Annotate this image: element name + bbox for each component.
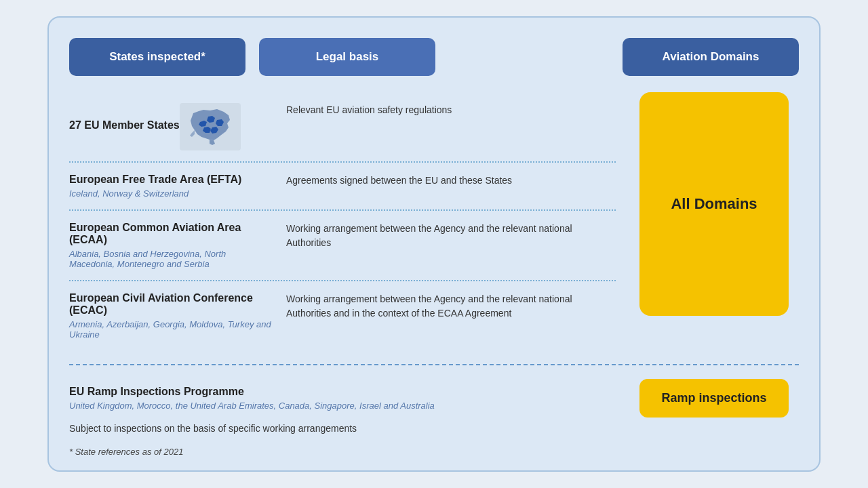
program-title: EU Ramp Inspections Programme <box>69 386 616 398</box>
legal-text: Working arrangement between the Agency a… <box>286 293 572 319</box>
legal-text: Working arrangement between the Agency a… <box>286 223 572 248</box>
state-name: 27 EU Member States <box>69 119 180 131</box>
table-row: European Free Trade Area (EFTA) Iceland,… <box>69 163 616 211</box>
states-inspected-button[interactable]: States inspected* <box>69 38 245 76</box>
state-title: 27 EU Member States <box>69 119 180 134</box>
ramp-inspections-button[interactable]: Ramp inspections <box>639 379 789 418</box>
states-column: European Civil Aviation Conference (ECAC… <box>69 292 273 340</box>
table-row: European Common Aviation Area (ECAA) Alb… <box>69 211 616 281</box>
legal-column: Agreements signed between the EU and the… <box>286 174 616 199</box>
legal-column: Relevant EU aviation safety regulations <box>286 103 616 150</box>
table-row: 27 EU Member States <box>69 92 616 163</box>
legal-text: Agreements signed between the EU and the… <box>286 175 512 186</box>
aviation-domains-button[interactable]: Aviation Domains <box>623 38 799 76</box>
program-subtitle: United Kingdom, Morocco, the United Arab… <box>69 401 616 411</box>
ramp-program-row: EU Ramp Inspections Programme United Kin… <box>69 379 616 418</box>
section-divider <box>69 364 799 365</box>
legal-text: Relevant EU aviation safety regulations <box>286 104 452 115</box>
eu-map-icon <box>180 103 241 150</box>
bottom-right: Ramp inspections <box>616 379 799 457</box>
table-row: European Civil Aviation Conference (ECAC… <box>69 281 616 350</box>
legal-column: Working arrangement between the Agency a… <box>286 222 616 269</box>
all-domains-box: All Domains <box>639 92 789 316</box>
states-column: 27 EU Member States <box>69 103 273 150</box>
footnote-text: * State references as of 2021 <box>69 447 616 457</box>
state-name: European Free Trade Area (EFTA) <box>69 174 273 186</box>
bottom-section: EU Ramp Inspections Programme United Kin… <box>69 379 799 457</box>
states-column: European Free Trade Area (EFTA) Iceland,… <box>69 174 273 199</box>
state-subtitle: Iceland, Norway & Switzerland <box>69 188 273 199</box>
state-subtitle: Albania, Bosnia and Herzegovina, North M… <box>69 249 273 269</box>
content-area: 27 EU Member States <box>69 92 799 350</box>
main-container: States inspected* Legal basis Aviation D… <box>47 16 821 472</box>
header-row: States inspected* Legal basis Aviation D… <box>69 38 799 76</box>
state-name: European Common Aviation Area (ECAA) <box>69 222 273 246</box>
states-column: European Common Aviation Area (ECAA) Alb… <box>69 222 273 269</box>
bottom-left: EU Ramp Inspections Programme United Kin… <box>69 379 616 457</box>
state-name: European Civil Aviation Conference (ECAC… <box>69 292 273 317</box>
left-section: 27 EU Member States <box>69 92 616 350</box>
legal-column: Working arrangement between the Agency a… <box>286 292 616 340</box>
state-subtitle: Armenia, Azerbaijan, Georgia, Moldova, T… <box>69 319 273 340</box>
bottom-legal-text: Subject to inspections on the basis of s… <box>69 418 616 440</box>
all-domains-label: All Domains <box>671 195 757 213</box>
legal-basis-button[interactable]: Legal basis <box>259 38 435 76</box>
right-section: All Domains <box>616 92 799 350</box>
